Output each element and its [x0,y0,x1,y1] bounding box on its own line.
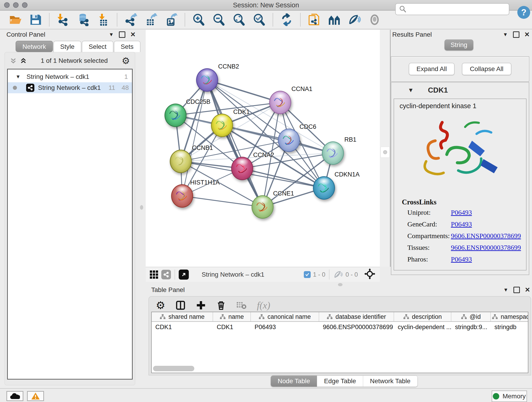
maximize-panel-icon[interactable] [513,32,519,38]
table-options-gear-icon[interactable]: ⚙ [156,299,165,312]
column-header-canonical-name[interactable]: canonical name [251,312,319,321]
crosslink-link[interactable]: 9606.ENSP00000378699 [451,232,521,240]
left-splitter-handle[interactable] [138,203,145,212]
add-column-icon[interactable] [196,300,206,310]
zoom-in-icon[interactable] [192,13,205,26]
crosslink-link[interactable]: P06493 [451,209,472,216]
column-header-namespace[interactable]: namespace [491,312,528,321]
float-panel-icon[interactable]: ▼ [503,32,508,38]
network-node-RB1[interactable] [322,141,344,165]
table-cell[interactable]: stringdb [491,322,528,332]
tab-select[interactable]: Select [82,41,114,52]
network-node-CCNA1[interactable] [269,91,291,114]
network-node-CCNE1[interactable] [252,195,273,219]
selected-nodes-checkbox-icon[interactable] [304,271,311,278]
edge-HIST1H1A-CCNE1[interactable] [182,196,263,207]
show-columns-icon[interactable] [175,300,186,311]
tab-sets[interactable]: Sets [114,41,140,52]
column-header-shared-name[interactable]: shared name [152,312,213,321]
gene-expander-icon[interactable]: ▼ [408,87,414,94]
function-builder-icon[interactable]: f(x) [257,300,270,311]
table-cell[interactable]: cyclin-dependent ... [394,322,451,332]
maximize-panel-icon[interactable] [513,287,520,293]
table-cell[interactable]: 9606.ENSP00000378699 [319,322,394,332]
collection-expander-icon[interactable]: ▼ [16,74,21,80]
network-collection-row[interactable]: ▼ String Network – cdk1 1 [8,71,132,82]
table-cell[interactable]: stringdb:9... [451,322,491,332]
export-network-icon[interactable] [124,13,138,26]
expand-all-networks-icon[interactable] [20,57,27,64]
float-panel-icon[interactable]: ▼ [109,32,114,38]
tab-network-table[interactable]: Network Table [363,376,418,387]
column-header--id[interactable]: @id [451,312,491,321]
tab-edge-table[interactable]: Edge Table [317,376,363,387]
collapse-all-button[interactable]: Collapse All [462,63,511,75]
cloud-status-button[interactable] [6,391,23,401]
table-cell[interactable]: P06493 [251,322,319,332]
close-panel-icon[interactable]: ✕ [525,31,530,38]
network-view-canvas[interactable]: CCNB2 CCNA1 CDC25B CDK1 [146,30,380,267]
import-table-file-icon[interactable] [97,13,110,26]
network-node-CCNA2[interactable] [231,157,253,180]
delete-column-icon[interactable] [216,300,226,310]
table-row[interactable]: CDK1CDK1P064939606.ENSP00000378699cyclin… [152,322,528,332]
birdseye-toggle-icon[interactable] [364,268,375,281]
collapse-all-networks-icon[interactable] [10,57,17,64]
search-input[interactable] [409,6,509,13]
network-selection-status: 1 of 1 Network selected [27,57,122,64]
table-cell[interactable]: CDK1 [152,322,213,332]
edge-CCNB2-CCNA1[interactable] [207,80,280,102]
birdseye-view-icon[interactable] [328,13,341,26]
save-session-icon[interactable] [29,13,42,26]
zoom-selected-icon[interactable] [253,13,266,26]
network-options-gear-icon[interactable]: ⚙ [122,56,130,66]
help-icon[interactable]: ? [517,6,530,19]
network-node-CCNB2[interactable] [196,68,218,92]
show-all-icon[interactable] [368,13,381,26]
column-header-database-identifier[interactable]: database identifier [319,312,394,321]
expand-all-button[interactable]: Expand All [409,63,455,75]
crosslink-link[interactable]: 9606.ENSP00000378699 [451,244,521,251]
delete-table-icon[interactable] [236,301,247,310]
import-network-file-icon[interactable] [56,13,70,26]
crosslink-link[interactable]: P06493 [451,220,472,228]
network-view-type-icon[interactable] [161,270,171,279]
network-node-CCNB1[interactable] [170,150,192,173]
tab-style[interactable]: Style [53,41,81,52]
zoom-out-icon[interactable] [212,13,225,26]
detach-view-icon[interactable] [179,269,189,280]
export-image-icon[interactable] [165,13,178,26]
column-header-name[interactable]: name [213,312,251,321]
zoom-fit-icon[interactable] [232,13,246,26]
import-network-database-icon[interactable] [76,13,90,26]
memory-button[interactable]: Memory [492,390,527,402]
right-splitter-handle[interactable] [380,147,390,158]
table-cell[interactable]: CDK1 [213,322,251,332]
grid-mode-icon[interactable] [150,270,158,279]
table-horizontal-scrollbar[interactable] [153,366,194,371]
tab-node-table[interactable]: Node Table [271,376,317,387]
open-session-icon[interactable] [9,13,22,26]
network-node-CDC6[interactable] [278,128,300,152]
gene-section-header[interactable]: ▼ CDK1 [391,83,529,98]
edge-CCNB2-CCNE1[interactable] [207,80,263,207]
close-panel-icon[interactable]: ✕ [130,31,136,38]
close-panel-icon[interactable]: ✕ [525,286,530,294]
float-panel-icon[interactable]: ▼ [503,287,508,293]
network-row[interactable]: String Network – cdk1 11 48 [8,82,132,93]
network-node-CDKN1A[interactable] [313,176,335,200]
warnings-button[interactable] [27,391,44,401]
tab-network[interactable]: Network [16,41,53,52]
annotations-icon[interactable] [307,13,321,26]
export-table-icon[interactable] [144,13,158,26]
hide-selected-icon[interactable] [348,13,361,26]
column-header-description[interactable]: description [394,312,451,321]
crosslink-link[interactable]: P06493 [451,255,472,263]
apply-layout-icon[interactable] [280,13,293,26]
network-node-CDC25B[interactable] [165,104,186,127]
network-node-CDK1[interactable] [211,114,233,137]
network-node-HIST1H1A[interactable] [171,184,193,208]
tab-string[interactable]: String [444,39,473,51]
maximize-panel-icon[interactable] [119,32,125,38]
node-label-CCNB1: CCNB1 [192,144,213,152]
